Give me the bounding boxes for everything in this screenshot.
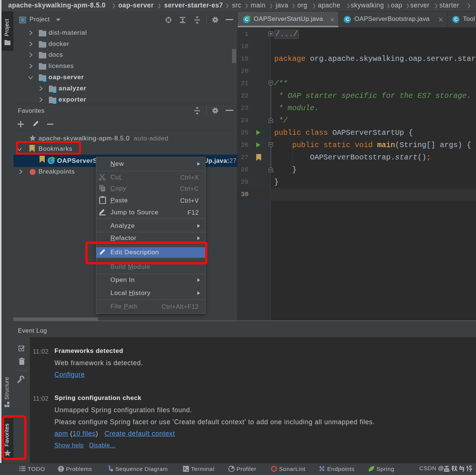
svg-text:C: C: [346, 17, 349, 22]
svg-text:C: C: [454, 17, 458, 22]
